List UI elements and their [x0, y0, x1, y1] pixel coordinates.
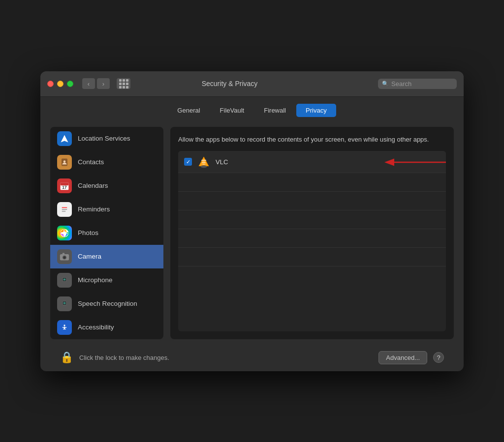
- camera-svg: [60, 252, 69, 261]
- location-services-icon: [57, 131, 72, 146]
- red-arrow-annotation: [357, 155, 446, 170]
- sidebar-item-microphone[interactable]: Microphone: [50, 268, 163, 292]
- svg-rect-33: [201, 160, 206, 161]
- minimize-button[interactable]: [57, 81, 63, 87]
- svg-point-9: [63, 231, 66, 235]
- calendars-icon: 17: [57, 178, 72, 193]
- titlebar: ‹ › Security & Privacy 🔍: [40, 71, 464, 97]
- sidebar-item-location-services[interactable]: Location Services: [50, 127, 163, 150]
- svg-point-25: [63, 324, 65, 326]
- right-panel: Allow the apps below to record the conte…: [170, 127, 454, 339]
- camera-icon: [57, 249, 72, 264]
- svg-rect-34: [202, 162, 206, 163]
- empty-row-6: [178, 266, 446, 285]
- search-icon: 🔍: [382, 81, 389, 87]
- photos-icon: [57, 226, 72, 240]
- search-input[interactable]: [391, 80, 450, 88]
- sidebar-item-camera[interactable]: Camera: [50, 245, 163, 268]
- sidebar-item-contacts[interactable]: Contacts: [50, 150, 163, 174]
- advanced-button[interactable]: Advanced...: [378, 351, 427, 364]
- apps-list: ✓: [178, 151, 446, 331]
- empty-row-5: [178, 248, 446, 266]
- contacts-book-icon: [60, 158, 69, 167]
- sidebar-label-photos: Photos: [78, 229, 98, 236]
- tab-firewall[interactable]: Firewall: [254, 104, 295, 117]
- tab-filevault[interactable]: FileVault: [211, 104, 254, 117]
- speech-recognition-icon: [57, 296, 72, 311]
- sidebar-label-microphone: Microphone: [78, 276, 113, 284]
- accessibility-svg: [60, 323, 69, 332]
- empty-row-4: [178, 229, 446, 248]
- sidebar-item-accessibility[interactable]: Accessibility: [50, 316, 163, 339]
- sidebar-item-speech-recognition[interactable]: Speech Recognition: [50, 292, 163, 316]
- help-button[interactable]: ?: [433, 352, 444, 363]
- contacts-icon: [57, 155, 72, 170]
- photos-svg: [60, 228, 69, 238]
- content-area: Location Services Contacts: [50, 127, 454, 339]
- tabs-bar: General FileVault Firewall Privacy: [40, 97, 464, 122]
- maximize-button[interactable]: [67, 81, 73, 87]
- sidebar-label-speech-recognition: Speech Recognition: [78, 300, 137, 307]
- vlc-app-name: VLC: [216, 158, 228, 166]
- sidebar-item-calendars[interactable]: 17 Calendars: [50, 174, 163, 198]
- sidebar-label-contacts: Contacts: [78, 158, 104, 166]
- empty-row-1: [178, 173, 446, 192]
- vlc-checkbox[interactable]: ✓: [184, 158, 192, 166]
- svg-text:17: 17: [62, 184, 67, 189]
- sidebar-label-calendars: Calendars: [78, 182, 108, 189]
- tab-general[interactable]: General: [168, 104, 209, 117]
- window-title: Security & Privacy: [86, 80, 373, 88]
- bottom-bar: 🔒 Click the lock to make changes. Advanc…: [50, 344, 454, 371]
- close-button[interactable]: [47, 81, 54, 87]
- sidebar-item-photos[interactable]: Photos: [50, 221, 163, 245]
- svg-point-1: [63, 160, 66, 163]
- empty-row-3: [178, 210, 446, 229]
- lock-label: Click the lock to make changes.: [79, 354, 373, 361]
- sidebar: Location Services Contacts: [50, 127, 163, 339]
- sidebar-label-accessibility: Accessibility: [78, 324, 114, 331]
- panel-description: Allow the apps below to record the conte…: [178, 135, 446, 145]
- accessibility-icon: [57, 320, 72, 335]
- microphone-icon: [57, 273, 72, 288]
- search-bar[interactable]: 🔍: [378, 79, 457, 89]
- main-content: Location Services Contacts: [40, 122, 464, 371]
- lock-icon[interactable]: 🔒: [60, 351, 73, 364]
- reminders-svg: [60, 205, 69, 214]
- calendar-svg: 17: [60, 181, 69, 191]
- svg-rect-35: [202, 164, 205, 165]
- tab-privacy[interactable]: Privacy: [296, 104, 336, 117]
- reminders-icon: [57, 202, 72, 217]
- empty-row-2: [178, 192, 446, 210]
- svg-point-12: [63, 256, 66, 259]
- speech-svg: [60, 299, 69, 309]
- microphone-svg: [60, 275, 69, 285]
- svg-rect-13: [63, 253, 64, 254]
- sidebar-label-camera: Camera: [78, 253, 101, 260]
- vlc-cone-svg: [197, 155, 210, 168]
- traffic-lights: [47, 81, 73, 87]
- sidebar-label-location-services: Location Services: [78, 135, 130, 142]
- svg-point-32: [201, 165, 207, 168]
- main-window: ‹ › Security & Privacy 🔍 General FileVau…: [40, 71, 464, 371]
- location-arrow-icon: [60, 134, 69, 143]
- vlc-icon: [197, 155, 211, 169]
- sidebar-label-reminders: Reminders: [78, 206, 110, 213]
- sidebar-item-reminders[interactable]: Reminders: [50, 198, 163, 221]
